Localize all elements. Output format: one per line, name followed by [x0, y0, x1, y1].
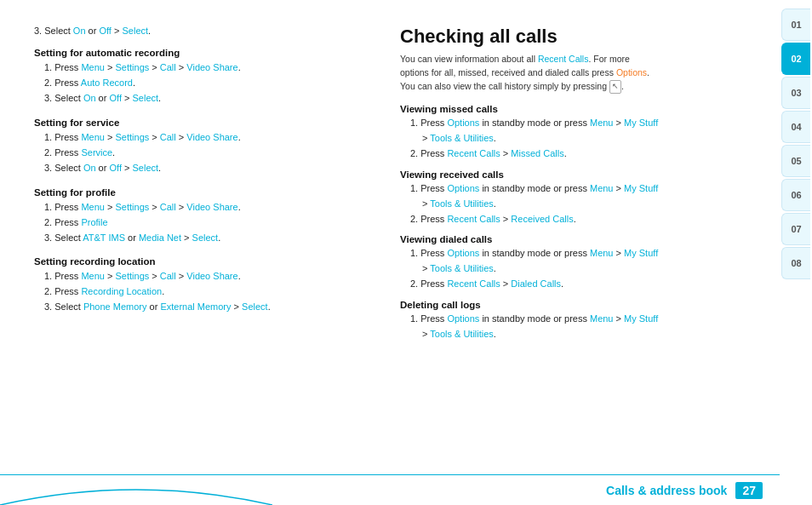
step-num: 2.: [44, 217, 54, 227]
link-menu: Menu: [81, 132, 105, 142]
step-num: 2.: [410, 148, 420, 158]
step-list-dialed-calls: 1. Press Options in standby mode or pres…: [400, 247, 769, 291]
top-on: On: [73, 26, 86, 36]
link-on: On: [83, 93, 96, 103]
step-text: or: [146, 301, 160, 312]
step-text: or: [96, 93, 110, 103]
step-list-received-calls: 1. Press Options in standby mode or pres…: [400, 182, 769, 227]
step-text: .: [268, 301, 271, 312]
step-item: > Tools & Utilities.: [410, 132, 769, 146]
tab-08[interactable]: 08: [781, 247, 810, 279]
step-item: 1. Press Options in standby mode or pres…: [410, 313, 769, 326]
link-select: Select: [242, 301, 268, 312]
step-text: >: [500, 278, 512, 289]
step-text: >: [422, 263, 430, 273]
link-menu: Menu: [590, 248, 614, 258]
link-recent-calls: Recent Calls: [447, 278, 500, 289]
step-text: >: [232, 301, 243, 312]
step-text: >: [176, 202, 187, 212]
step-item: 1. Press Menu > Settings > Call > Video …: [44, 201, 366, 215]
link-menu: Menu: [81, 271, 105, 281]
step-text: >: [105, 132, 116, 142]
step-text: Press: [54, 271, 81, 281]
link-menu: Menu: [590, 313, 614, 324]
step-text: >: [422, 198, 430, 209]
top-period: .: [148, 26, 151, 36]
link-profile: Profile: [81, 217, 107, 227]
link-call: Call: [160, 202, 176, 212]
step-item: 1. Press Menu > Settings > Call > Video …: [44, 270, 366, 284]
top-gt: >: [112, 26, 123, 36]
step-text: Press: [54, 217, 81, 227]
step-text: Select: [54, 232, 83, 243]
step-text: >: [422, 329, 430, 339]
step-num: 2.: [410, 214, 420, 224]
step-num: 1.: [410, 118, 420, 128]
link-service: Service: [81, 147, 112, 158]
step-item: 1. Press Options in standby mode or pres…: [410, 182, 769, 196]
link-options: Options: [447, 313, 479, 324]
left-column: 3. Select On or Off > Select. Setting fo…: [0, 0, 383, 505]
step-item: > Tools & Utilities.: [410, 198, 769, 211]
step-num: 2.: [410, 278, 420, 289]
step-text: Press: [420, 278, 447, 289]
step-num: 2.: [44, 77, 54, 88]
link-call: Call: [160, 271, 176, 281]
link-received-calls: Received Calls: [511, 214, 573, 224]
top-select-line: 3. Select On or Off > Select.: [34, 26, 366, 36]
link-missed-calls: Missed Calls: [511, 148, 563, 158]
step-text: >: [149, 271, 160, 281]
tab-04[interactable]: 04: [781, 111, 810, 143]
step-num: 1.: [44, 271, 54, 281]
step-text: .: [158, 93, 161, 103]
key-icon: ↖: [609, 80, 621, 94]
step-item: 3. Select Phone Memory or External Memor…: [44, 301, 366, 314]
step-text: Press: [54, 62, 81, 72]
link-tools: Tools & Utilities: [430, 329, 494, 339]
step-item: 2. Press Profile: [44, 216, 366, 230]
section-title-service: Setting for service: [34, 118, 366, 128]
top-step-text: 3. Select: [34, 26, 73, 36]
link-dialed-calls: Dialed Calls: [511, 278, 561, 289]
intro-text: You can view information about all Recen…: [400, 53, 769, 93]
step-num: 1.: [410, 248, 420, 258]
tab-01[interactable]: 01: [781, 9, 810, 41]
tab-bar: 01 02 03 04 05 06 07 08: [780, 0, 812, 505]
step-list-auto-recording: 1. Press Menu > Settings > Call > Video …: [34, 61, 366, 106]
step-text: Press: [54, 77, 81, 88]
link-settings: Settings: [116, 271, 150, 281]
step-text: >: [500, 148, 512, 158]
step-num: 1.: [44, 202, 54, 212]
tab-03[interactable]: 03: [781, 77, 810, 109]
step-text: >: [422, 133, 430, 143]
step-num: 3.: [44, 163, 54, 173]
step-text: .: [494, 133, 496, 143]
tab-07[interactable]: 07: [781, 213, 810, 245]
step-text: >: [176, 62, 187, 72]
subsection-title-dialed-calls: Viewing dialed calls: [400, 234, 769, 244]
step-num: 1.: [44, 132, 54, 142]
top-or: or: [86, 26, 100, 36]
tab-06[interactable]: 06: [781, 179, 810, 211]
section-title-profile: Setting for profile: [34, 187, 366, 198]
tab-02[interactable]: 02: [781, 43, 810, 75]
link-call: Call: [160, 62, 176, 72]
link-media-net: Media Net: [139, 232, 181, 243]
step-text: in standby mode or press: [479, 183, 590, 193]
step-list-missed-calls: 1. Press Options in standby mode or pres…: [400, 117, 769, 161]
step-text: in standby mode or press: [479, 313, 590, 324]
link-my-stuff: My Stuff: [624, 118, 658, 128]
link-settings: Settings: [116, 132, 150, 142]
step-text: >: [614, 248, 625, 258]
step-item: 3. Select AT&T IMS or Media Net > Select…: [44, 232, 366, 245]
tab-05[interactable]: 05: [781, 145, 810, 177]
link-select: Select: [133, 163, 159, 173]
step-num: 3.: [44, 301, 54, 312]
footer-text: Calls & address book: [606, 484, 727, 497]
step-text: .: [238, 202, 241, 212]
link-external-memory: External Memory: [160, 301, 231, 312]
link-options: Options: [447, 248, 479, 258]
link-my-stuff: My Stuff: [624, 183, 658, 193]
step-text: .: [494, 329, 496, 339]
link-off: Off: [109, 93, 121, 103]
